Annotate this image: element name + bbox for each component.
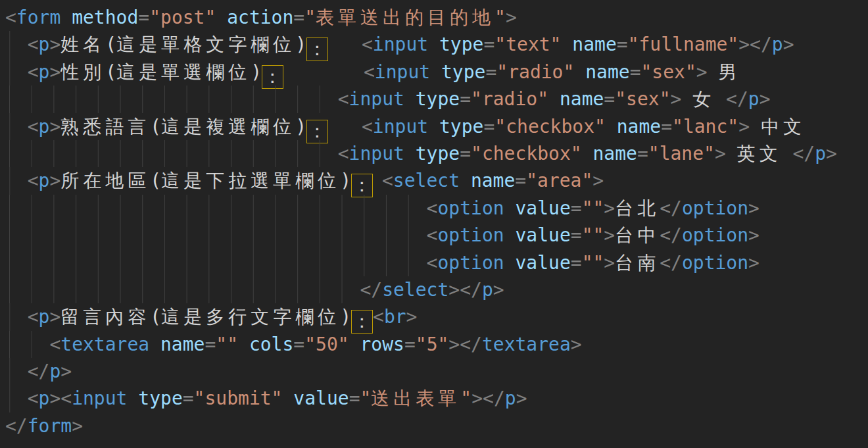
code-token — [504, 197, 516, 219]
code-token: p — [39, 34, 50, 55]
code-token: option — [437, 224, 504, 246]
code-token: ) — [295, 116, 306, 137]
code-token: p — [772, 34, 783, 55]
code-token — [782, 143, 793, 164]
code-line-4: <input type="radio" name="sex"> 女 </p> — [0, 86, 868, 112]
code-token: "" — [582, 197, 604, 219]
code-token: < — [382, 170, 393, 191]
code-token — [216, 7, 227, 28]
code-token: 男 — [719, 61, 741, 83]
code-token — [149, 334, 160, 355]
code-token: ( — [150, 170, 161, 191]
code-token: < — [362, 34, 373, 55]
code-token: > — [715, 143, 726, 164]
code-token: "sex" — [640, 61, 696, 83]
code-token: 英文 — [737, 143, 782, 164]
code-text: <p>所在地區(這是下拉選單欄位)： — [0, 170, 373, 191]
code-text: </p> — [0, 361, 72, 382]
code-text: <input type="radio" name="sex"> 女 </p> — [0, 88, 771, 110]
code-token: = — [515, 170, 526, 191]
code-line-5: <p>熟悉語言(這是複選欄位)：<input type="checkbox" n… — [0, 113, 868, 140]
code-token: "" — [582, 224, 604, 246]
code-token — [60, 7, 72, 28]
code-token: > — [49, 170, 60, 191]
code-token: 熟悉語言 — [60, 116, 150, 137]
code-token: < — [28, 387, 39, 409]
code-token: > — [748, 224, 760, 246]
code-line-3: <p>性別(這是單選欄位)：<input type="radio" name="… — [0, 59, 868, 86]
code-token — [561, 34, 572, 55]
code-token: type — [439, 116, 483, 137]
code-token: "5" — [416, 334, 449, 355]
code-text: <option value="">台中</option> — [0, 224, 760, 246]
code-text: <form method="post" action="表單送出的目的地"> — [0, 7, 517, 28]
code-token: p — [815, 143, 826, 164]
code-line-14: </p> — [0, 358, 868, 385]
code-token: input — [373, 116, 428, 137]
code-token: p — [49, 361, 60, 382]
code-token — [606, 116, 617, 137]
code-token: = — [630, 61, 641, 83]
code-token: p — [482, 279, 493, 301]
code-token: < — [364, 61, 375, 83]
code-token: 留言內容 — [60, 306, 150, 328]
code-token: ) — [295, 34, 306, 55]
code-token: p — [39, 306, 50, 328]
code-token — [582, 143, 593, 164]
code-token: ( — [105, 61, 116, 83]
code-token: "sex" — [615, 88, 670, 110]
code-token: input — [349, 88, 404, 110]
code-text-continued: <input type="text" name="fullname"></p> — [362, 31, 794, 58]
code-token: = — [293, 334, 304, 355]
code-token: 送出表單 — [371, 387, 460, 409]
code-text: <p>姓名(這是單格文字欄位)： — [0, 34, 328, 55]
code-token: < — [28, 170, 39, 191]
code-token: = — [460, 143, 471, 164]
code-token: name — [617, 116, 661, 137]
code-token: cols — [249, 334, 293, 355]
code-token: > — [60, 361, 72, 382]
code-token: type — [416, 143, 460, 164]
code-token: 台北 — [615, 197, 660, 219]
code-line-1: <form method="post" action="表單送出的目的地"> — [0, 4, 868, 31]
code-token: < — [49, 334, 60, 355]
code-token: > — [506, 7, 517, 28]
code-token: ) — [340, 170, 351, 191]
code-token: = — [138, 7, 149, 28]
code-token: rows — [360, 334, 404, 355]
code-token: = — [485, 61, 496, 83]
code-token: option — [437, 252, 504, 274]
code-token: "radio" — [471, 88, 548, 110]
code-token: select — [393, 170, 460, 191]
code-token — [404, 88, 416, 110]
code-token: </ — [5, 415, 28, 437]
code-line-8: <option value="">台北</option> — [0, 195, 868, 222]
code-token: p — [39, 170, 50, 191]
code-token: < — [427, 252, 438, 274]
code-token: type — [441, 61, 485, 83]
code-token: 台南 — [615, 252, 660, 274]
code-token: > — [748, 252, 760, 274]
code-line-16: </form> — [0, 412, 868, 439]
code-token: = — [404, 334, 416, 355]
code-token — [708, 61, 719, 83]
code-token: ) — [251, 61, 262, 83]
code-token: "fullname" — [628, 34, 739, 55]
code-line-10: <option value="">台南</option> — [0, 249, 868, 276]
code-token — [430, 61, 441, 83]
code-token: p — [505, 387, 516, 409]
code-token: = — [349, 387, 360, 409]
code-token: > — [571, 334, 582, 355]
code-token: value — [515, 252, 570, 274]
code-token: value — [515, 197, 570, 219]
code-token: = — [460, 88, 471, 110]
code-token: value — [515, 224, 570, 246]
code-token: p — [39, 116, 50, 137]
code-editor[interactable]: <form method="post" action="表單送出的目的地"> <… — [0, 0, 868, 448]
code-token: form — [16, 7, 60, 28]
code-token: > — [696, 61, 708, 83]
code-token: > — [604, 224, 615, 246]
code-text: <option value="">台北</option> — [0, 197, 760, 219]
code-token — [460, 170, 471, 191]
code-token — [548, 88, 560, 110]
